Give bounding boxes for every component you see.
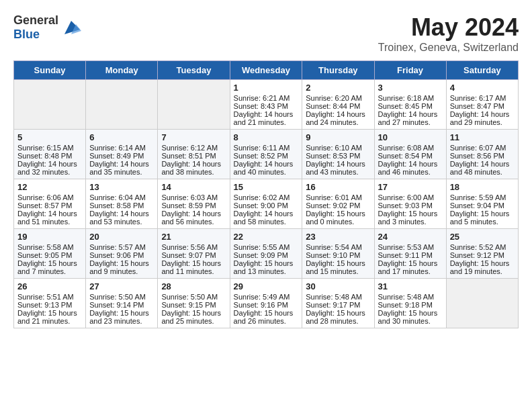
- weekday-header: Thursday: [302, 61, 374, 80]
- daylight-text: Daylight: 15 hours and 23 minutes.: [89, 309, 154, 325]
- daylight-text: Daylight: 14 hours and 35 minutes.: [89, 160, 154, 176]
- sunset-text: Sunset: 8:58 PM: [89, 201, 154, 210]
- daylight-text: Daylight: 15 hours and 21 minutes.: [17, 309, 82, 325]
- calendar-cell: 26Sunrise: 5:51 AMSunset: 9:13 PMDayligh…: [14, 279, 86, 328]
- day-number: 1: [234, 83, 299, 93]
- calendar-cell: 19Sunrise: 5:58 AMSunset: 9:05 PMDayligh…: [14, 229, 86, 279]
- sunset-text: Sunset: 8:45 PM: [378, 102, 443, 110]
- sunrise-text: Sunrise: 6:03 AM: [161, 193, 226, 201]
- day-number: 15: [234, 182, 299, 192]
- sunset-text: Sunset: 8:48 PM: [17, 152, 82, 160]
- day-number: 6: [89, 132, 154, 142]
- logo-text: General Blue: [13, 13, 58, 42]
- sunrise-text: Sunrise: 6:04 AM: [89, 193, 154, 201]
- calendar-cell: [446, 279, 518, 328]
- sunset-text: Sunset: 9:03 PM: [378, 201, 443, 210]
- sunrise-text: Sunrise: 6:02 AM: [234, 193, 299, 201]
- sunset-text: Sunset: 8:51 PM: [161, 152, 226, 160]
- daylight-text: Daylight: 14 hours and 58 minutes.: [234, 210, 299, 226]
- sunset-text: Sunset: 8:53 PM: [306, 152, 370, 160]
- day-number: 11: [450, 132, 515, 142]
- sunrise-text: Sunrise: 5:54 AM: [306, 243, 370, 251]
- calendar-cell: 25Sunrise: 5:52 AMSunset: 9:12 PMDayligh…: [446, 229, 518, 279]
- calendar-cell: 6Sunrise: 6:14 AMSunset: 8:49 PMDaylight…: [86, 130, 158, 179]
- logo-icon: [61, 17, 81, 38]
- calendar-week-row: 26Sunrise: 5:51 AMSunset: 9:13 PMDayligh…: [14, 279, 519, 328]
- day-number: 28: [161, 281, 226, 291]
- calendar-cell: 14Sunrise: 6:03 AMSunset: 8:59 PMDayligh…: [158, 179, 230, 229]
- day-number: 24: [378, 232, 443, 242]
- calendar-cell: 3Sunrise: 6:18 AMSunset: 8:45 PMDaylight…: [374, 80, 446, 130]
- calendar-cell: 1Sunrise: 6:21 AMSunset: 8:43 PMDaylight…: [230, 80, 302, 130]
- sunset-text: Sunset: 8:43 PM: [234, 102, 299, 110]
- sunrise-text: Sunrise: 5:58 AM: [17, 243, 82, 251]
- calendar-table: SundayMondayTuesdayWednesdayThursdayFrid…: [13, 60, 519, 328]
- day-number: 9: [306, 132, 370, 142]
- sunset-text: Sunset: 9:15 PM: [161, 301, 226, 309]
- day-number: 5: [17, 132, 82, 142]
- calendar-week-row: 1Sunrise: 6:21 AMSunset: 8:43 PMDaylight…: [14, 80, 519, 130]
- sunset-text: Sunset: 8:49 PM: [89, 152, 154, 160]
- sunrise-text: Sunrise: 5:51 AM: [17, 293, 82, 301]
- calendar-cell: 27Sunrise: 5:50 AMSunset: 9:14 PMDayligh…: [86, 279, 158, 328]
- daylight-text: Daylight: 14 hours and 24 minutes.: [306, 110, 370, 126]
- calendar-cell: 7Sunrise: 6:12 AMSunset: 8:51 PMDaylight…: [158, 130, 230, 179]
- sunset-text: Sunset: 9:10 PM: [306, 251, 370, 259]
- day-number: 31: [378, 281, 443, 291]
- page-header: General Blue May 2024 Troinex, Geneva, S…: [13, 13, 519, 54]
- day-number: 20: [89, 232, 154, 242]
- sunrise-text: Sunrise: 6:11 AM: [234, 144, 299, 152]
- sunset-text: Sunset: 9:09 PM: [234, 251, 299, 259]
- day-number: 19: [17, 232, 82, 242]
- subtitle: Troinex, Geneva, Switzerland: [378, 42, 519, 54]
- daylight-text: Daylight: 15 hours and 17 minutes.: [378, 259, 443, 275]
- sunrise-text: Sunrise: 6:06 AM: [17, 193, 82, 201]
- sunset-text: Sunset: 9:18 PM: [378, 301, 443, 309]
- sunset-text: Sunset: 8:59 PM: [161, 201, 226, 210]
- sunset-text: Sunset: 9:07 PM: [161, 251, 226, 259]
- daylight-text: Daylight: 14 hours and 21 minutes.: [234, 110, 299, 126]
- weekday-header: Tuesday: [158, 61, 230, 80]
- day-number: 16: [306, 182, 370, 192]
- day-number: 8: [234, 132, 299, 142]
- calendar-week-row: 19Sunrise: 5:58 AMSunset: 9:05 PMDayligh…: [14, 229, 519, 279]
- calendar-week-row: 5Sunrise: 6:15 AMSunset: 8:48 PMDaylight…: [14, 130, 519, 179]
- daylight-text: Daylight: 15 hours and 0 minutes.: [306, 210, 370, 226]
- sunrise-text: Sunrise: 5:50 AM: [161, 293, 226, 301]
- day-number: 27: [89, 281, 154, 291]
- sunset-text: Sunset: 9:17 PM: [306, 301, 370, 309]
- logo: General Blue: [13, 13, 81, 42]
- calendar-cell: 23Sunrise: 5:54 AMSunset: 9:10 PMDayligh…: [302, 229, 374, 279]
- sunrise-text: Sunrise: 6:08 AM: [378, 144, 443, 152]
- calendar-cell: 2Sunrise: 6:20 AMSunset: 8:44 PMDaylight…: [302, 80, 374, 130]
- sunrise-text: Sunrise: 5:48 AM: [306, 293, 370, 301]
- day-number: 10: [378, 132, 443, 142]
- calendar-cell: [86, 80, 158, 130]
- daylight-text: Daylight: 15 hours and 13 minutes.: [234, 259, 299, 275]
- calendar-cell: 9Sunrise: 6:10 AMSunset: 8:53 PMDaylight…: [302, 130, 374, 179]
- day-number: 4: [450, 83, 515, 93]
- calendar-cell: 20Sunrise: 5:57 AMSunset: 9:06 PMDayligh…: [86, 229, 158, 279]
- sunrise-text: Sunrise: 6:12 AM: [161, 144, 226, 152]
- calendar-cell: 11Sunrise: 6:07 AMSunset: 8:56 PMDayligh…: [446, 130, 518, 179]
- daylight-text: Daylight: 15 hours and 26 minutes.: [234, 309, 299, 325]
- daylight-text: Daylight: 14 hours and 32 minutes.: [17, 160, 82, 176]
- sunrise-text: Sunrise: 5:49 AM: [234, 293, 299, 301]
- calendar-cell: 5Sunrise: 6:15 AMSunset: 8:48 PMDaylight…: [14, 130, 86, 179]
- daylight-text: Daylight: 15 hours and 5 minutes.: [450, 210, 515, 226]
- sunset-text: Sunset: 9:14 PM: [89, 301, 154, 309]
- calendar-cell: 30Sunrise: 5:48 AMSunset: 9:17 PMDayligh…: [302, 279, 374, 328]
- sunrise-text: Sunrise: 5:57 AM: [89, 243, 154, 251]
- daylight-text: Daylight: 15 hours and 9 minutes.: [89, 259, 154, 275]
- day-number: 12: [17, 182, 82, 192]
- calendar-cell: [14, 80, 86, 130]
- daylight-text: Daylight: 14 hours and 48 minutes.: [450, 160, 515, 176]
- logo-blue: Blue: [13, 28, 40, 41]
- daylight-text: Daylight: 14 hours and 27 minutes.: [378, 110, 443, 126]
- sunrise-text: Sunrise: 6:00 AM: [378, 193, 443, 201]
- day-number: 17: [378, 182, 443, 192]
- sunset-text: Sunset: 8:56 PM: [450, 152, 515, 160]
- sunset-text: Sunset: 9:05 PM: [17, 251, 82, 259]
- sunrise-text: Sunrise: 5:48 AM: [378, 293, 443, 301]
- daylight-text: Daylight: 14 hours and 46 minutes.: [378, 160, 443, 176]
